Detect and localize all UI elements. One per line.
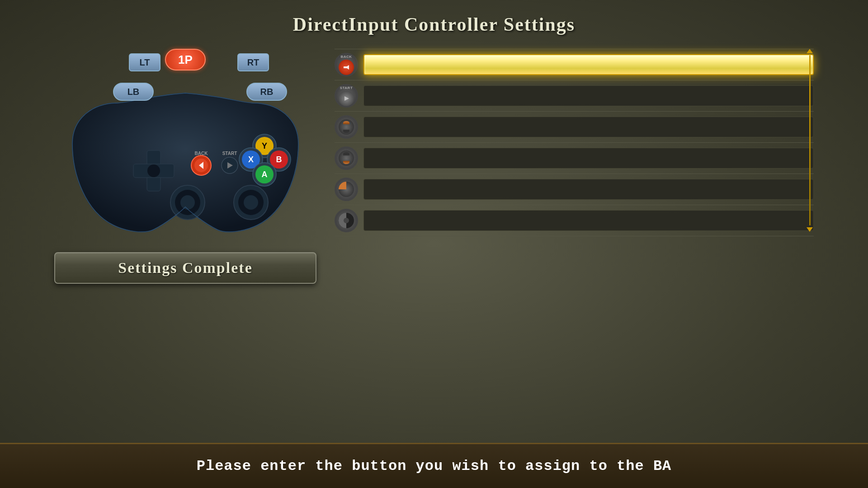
svg-text:START: START (222, 151, 237, 156)
mapping-row-start[interactable]: START (335, 80, 814, 112)
bottom-bar: Please enter the button you wish to assi… (0, 443, 868, 488)
svg-marker-30 (344, 96, 349, 101)
analog4-mapping-bar (363, 210, 814, 231)
svg-text:BACK: BACK (195, 151, 208, 156)
rb-button[interactable]: RB (246, 83, 287, 101)
instruction-text: Please enter the button you wish to assi… (197, 458, 672, 474)
svg-text:Y: Y (262, 141, 267, 150)
back-icon: BACK (335, 53, 358, 76)
svg-point-2 (147, 164, 160, 177)
mapping-row-analog4[interactable] (335, 205, 814, 236)
mapping-row-analog1[interactable] (335, 112, 814, 143)
svg-rect-29 (344, 66, 347, 68)
controller-area: LT RT 1P LB RB (54, 44, 316, 284)
analog1-icon (335, 115, 358, 139)
lt-button[interactable]: LT (129, 53, 160, 71)
analog3-icon (335, 178, 358, 201)
main-layout: LT RT 1P LB RB (0, 44, 868, 284)
settings-complete-label: Settings Complete (118, 259, 252, 277)
scrollbar-line (809, 55, 811, 225)
svg-text:A: A (262, 170, 268, 179)
scrollbar[interactable] (806, 49, 814, 232)
lb-button[interactable]: LB (113, 83, 154, 101)
analog4-icon (335, 209, 358, 232)
svg-point-8 (244, 195, 258, 210)
controller-svg: Y X B A BACK START (59, 44, 312, 239)
scrollbar-arrow-up[interactable] (807, 49, 813, 53)
mapping-row-back[interactable]: BACK (335, 49, 814, 80)
svg-text:X: X (248, 155, 254, 164)
scrollbar-arrow-down[interactable] (807, 227, 813, 232)
main-content: DirectInput Controller Settings LT RT 1P… (0, 0, 868, 443)
svg-point-5 (180, 195, 195, 210)
analog1-mapping-bar (363, 117, 814, 137)
analog2-icon (335, 146, 358, 170)
back-mapping-bar (363, 54, 814, 75)
analog2-mapping-bar (363, 148, 814, 169)
page-title: DirectInput Controller Settings (293, 14, 575, 35)
mapping-row-analog3[interactable] (335, 174, 814, 205)
svg-text:B: B (276, 155, 282, 164)
start-icon: START (335, 84, 358, 108)
start-mapping-bar (363, 85, 814, 106)
mapping-panel: BACK START (335, 44, 814, 236)
analog3-mapping-bar (363, 179, 814, 200)
mapping-row-analog2[interactable] (335, 143, 814, 174)
settings-complete-button[interactable]: Settings Complete (54, 252, 316, 284)
rt-button[interactable]: RT (237, 53, 269, 71)
player-badge: 1P (165, 49, 206, 70)
controller-visual: LT RT 1P LB RB (59, 44, 312, 239)
